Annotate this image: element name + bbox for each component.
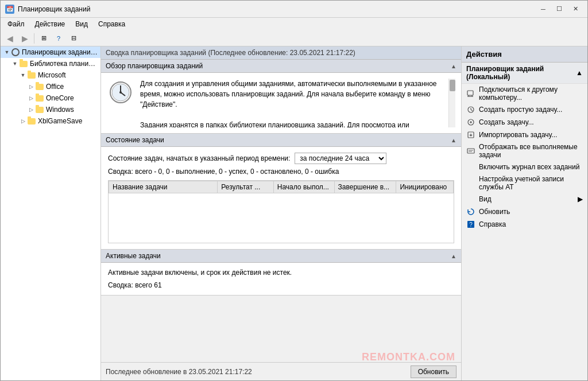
- forward-button[interactable]: ▶: [18, 32, 32, 45]
- view-submenu-arrow: ▶: [578, 195, 583, 203]
- onecore-expand-icon: ▷: [27, 94, 35, 102]
- scheduler-icon: [11, 48, 20, 57]
- microsoft-label: Microsoft: [38, 71, 66, 79]
- active-text: Активные задачи включены, и срок их дейс…: [108, 269, 454, 277]
- tree-xblgamesave[interactable]: ▷ XblGameSave: [1, 115, 100, 127]
- root-expand-icon: ▼: [3, 48, 11, 56]
- overview-text: Для создания и управления общими задания…: [140, 79, 443, 127]
- overview-text2: Задания хранятся в папках библиотеки пла…: [140, 121, 409, 127]
- status-section-header[interactable]: Состояние задачи ▲: [101, 134, 461, 147]
- active-body: Активные задачи включены, и срок их дейс…: [101, 263, 461, 295]
- office-label: Office: [46, 83, 64, 91]
- overview-collapse-icon: ▲: [451, 63, 457, 69]
- actions-subheader-label: Планировщик заданий (Локальный): [466, 65, 576, 81]
- minimize-button[interactable]: ─: [536, 3, 551, 15]
- windows-label: Windows: [46, 106, 74, 114]
- close-button[interactable]: ✕: [568, 3, 583, 15]
- actions-subheader-arrow: ▲: [576, 69, 583, 77]
- back-button[interactable]: ◀: [3, 32, 17, 45]
- status-period-row: Состояние задач, начатых в указанный пер…: [108, 153, 454, 164]
- onecore-folder-icon: [35, 94, 44, 103]
- action-import-task-label: Импортировать задачу...: [479, 131, 557, 139]
- col-task-name[interactable]: Название задачи: [109, 181, 218, 193]
- menu-view[interactable]: Вид: [71, 19, 92, 29]
- view-button[interactable]: ⊞: [37, 32, 51, 45]
- menu-file[interactable]: Файл: [3, 19, 29, 29]
- status-period-select[interactable]: за последние 24 часа: [295, 153, 386, 164]
- col-initiated[interactable]: Инициировано: [396, 181, 454, 193]
- action-show-running-label: Отображать все выполняемые задачи: [479, 143, 583, 159]
- center-content: Обзор планировщика заданий ▲: [101, 60, 461, 362]
- menu-help[interactable]: Справка: [94, 19, 130, 29]
- action-enable-log-label: Включить журнал всех заданий: [479, 163, 579, 171]
- overview-header[interactable]: Обзор планировщика заданий ▲: [101, 60, 461, 73]
- action-create-task[interactable]: Создать задачу...: [462, 116, 587, 129]
- toolbar: ◀ ▶ ⊞ ? ⊟: [1, 30, 587, 46]
- task-table-head: Название задачи Результат ... Начало вып…: [109, 181, 454, 193]
- simple-task-icon: [466, 105, 475, 114]
- action-connect[interactable]: Подключиться к другому компьютеру...: [462, 84, 587, 103]
- account-settings-icon: [466, 178, 475, 188]
- library-folder-icon: [19, 59, 28, 68]
- show-running-icon: [466, 146, 475, 155]
- library-label: Библиотека планировщ...: [30, 60, 98, 68]
- menu-bar: Файл Действие Вид Справка: [1, 18, 587, 30]
- active-section: Активные задачи ▲ Активные задачи включе…: [101, 250, 461, 296]
- task-table-container[interactable]: Название задачи Результат ... Начало вып…: [108, 180, 454, 243]
- active-header[interactable]: Активные задачи ▲: [101, 250, 461, 263]
- overview-header-label: Обзор планировщика заданий: [106, 62, 203, 70]
- windows-folder-icon: [35, 105, 44, 114]
- window-title: Планировщик заданий: [18, 5, 536, 13]
- windows-expand-icon: ▷: [27, 106, 35, 114]
- overview-body: Для создания и управления общими задания…: [101, 73, 461, 133]
- action-refresh-label: Обновить: [479, 208, 510, 216]
- microsoft-expand-icon: ▼: [19, 71, 27, 79]
- last-update-text: Последнее обновление в 23.05.2021 21:17:…: [106, 368, 252, 376]
- tree-office[interactable]: ▷ Office: [1, 81, 100, 92]
- tree-panel: ▼ Планировщик заданий (Локу... ▼ Библиот…: [1, 46, 101, 380]
- tree-onecore[interactable]: ▷ OneCore: [1, 92, 100, 104]
- office-expand-icon: ▷: [27, 83, 35, 91]
- maximize-button[interactable]: ☐: [552, 3, 567, 15]
- svg-point-4: [119, 91, 122, 94]
- tree-microsoft[interactable]: ▼ Microsoft: [1, 69, 100, 81]
- onecore-label: OneCore: [46, 94, 74, 102]
- actions-panel: Действия Планировщик заданий (Локальный)…: [461, 46, 587, 380]
- library-expand-icon: ▼: [11, 60, 19, 68]
- tree-windows[interactable]: ▷ Windows: [1, 104, 100, 115]
- help-button[interactable]: ?: [52, 32, 65, 45]
- action-create-task-label: Создать задачу...: [479, 118, 534, 126]
- actions-subheader[interactable]: Планировщик заданий (Локальный) ▲: [462, 63, 587, 84]
- col-end[interactable]: Завершение в...: [334, 181, 396, 193]
- xblgamesave-expand-icon: ▷: [19, 117, 27, 125]
- create-task-icon: [466, 118, 475, 127]
- status-summary: Сводка: всего - 0, 0 - выполнение, 0 - у…: [108, 168, 454, 176]
- action-simple-task[interactable]: Создать простую задачу...: [462, 103, 587, 116]
- toolbar-separator-1: [34, 33, 34, 44]
- task-table-header-row: Название задачи Результат ... Начало вып…: [109, 181, 454, 193]
- console-button[interactable]: ⊟: [67, 32, 80, 45]
- tree-root[interactable]: ▼ Планировщик заданий (Локу...: [1, 46, 100, 58]
- action-show-running[interactable]: Отображать все выполняемые задачи: [462, 141, 587, 161]
- task-table: Название задачи Результат ... Начало вып…: [109, 181, 454, 193]
- action-refresh[interactable]: Обновить: [462, 205, 587, 218]
- refresh-button[interactable]: Обновить: [411, 366, 457, 378]
- tree-library[interactable]: ▼ Библиотека планировщ...: [1, 58, 100, 69]
- window-controls: ─ ☐ ✕: [536, 3, 583, 15]
- action-account-settings[interactable]: Настройка учетной записи службы АТ: [462, 173, 587, 193]
- svg-line-11: [471, 110, 473, 111]
- overview-section: Обзор планировщика заданий ▲: [101, 60, 461, 134]
- app-icon: 📅: [5, 5, 14, 14]
- svg-rect-5: [467, 91, 473, 95]
- menu-action[interactable]: Действие: [30, 19, 70, 29]
- col-start[interactable]: Начало выпол...: [273, 181, 334, 193]
- action-enable-log[interactable]: Включить журнал всех заданий: [462, 161, 587, 173]
- col-result[interactable]: Результат ...: [218, 181, 273, 193]
- action-view[interactable]: Вид ▶: [462, 193, 587, 205]
- active-header-label: Активные задачи: [106, 252, 161, 260]
- active-summary: Сводка: всего 61: [108, 281, 454, 289]
- microsoft-folder-icon: [27, 71, 36, 80]
- action-import-task[interactable]: Импортировать задачу...: [462, 129, 587, 141]
- action-help[interactable]: ? Справка: [462, 218, 587, 231]
- refresh-action-icon: [466, 207, 475, 216]
